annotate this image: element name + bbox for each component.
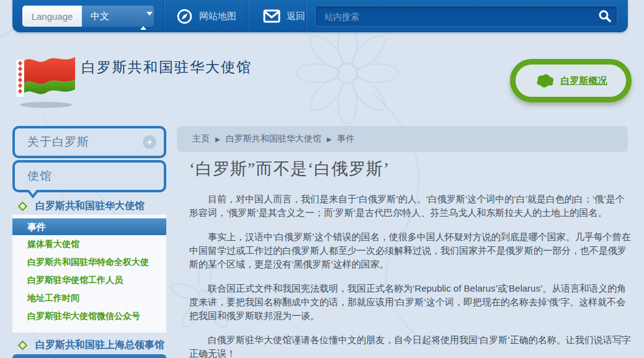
breadcrumb-separator-icon: ▶ (327, 136, 332, 143)
mail-icon (263, 9, 280, 23)
topbar-divider (305, 0, 306, 32)
page: Language 中文 网站地图 返回 (0, 0, 644, 358)
article-paragraph: 联合国正式文件和我国宪法载明，我国正式名称为‘Republic of Belar… (189, 282, 631, 323)
topbar-divider (247, 0, 248, 32)
article-paragraph: 白俄罗斯驻华大使馆谨请各位懂中文的朋友，自今日起将使用我国‘白罗斯’正确的名称。… (189, 333, 631, 358)
sidebar-item-events-active[interactable]: 事件 (12, 218, 166, 235)
about-section-label: 关于白罗斯 (27, 134, 89, 150)
sidebar-group-embassy-beijing[interactable]: 白罗斯共和国驻华大使馆 (12, 200, 166, 213)
embassy-section-label: 使馆 (27, 168, 52, 184)
group2-label: 白罗斯共和国驻上海总领事馆 (35, 339, 164, 352)
sitemap-label: 网站地图 (199, 11, 236, 22)
sidebar-item-ambassador[interactable]: 白罗斯共和国驻华特命全权大使 (12, 253, 166, 271)
sidebar-section-about[interactable]: 关于白罗斯 + (12, 126, 166, 158)
diamond-bullet-icon (18, 341, 28, 351)
breadcrumb-separator-icon: ▶ (215, 136, 220, 143)
back-label: 返回 (287, 11, 305, 22)
sidebar-item-staff[interactable]: 白罗斯驻华使馆工作人员 (12, 271, 166, 289)
article-paragraph: 事实上，汉语中‘白俄罗斯’这个错误的国名，使很多中国人怀疑对方说的到底是哪个国家… (189, 230, 631, 271)
breadcrumb-current: 事件 (337, 133, 354, 145)
article-paragraph: 目前，对中国人而言，我们是来自于‘白俄罗斯’的人。‘白俄罗斯’这个词中的‘白’就… (189, 192, 631, 220)
topbar-divider (163, 0, 164, 32)
article: ‘白罗斯”而不是‘白俄罗斯’ 目前，对中国人而言，我们是来自于‘白俄罗斯’的人。… (189, 158, 631, 358)
belarus-map-icon (535, 73, 555, 89)
breadcrumb-section[interactable]: 白罗斯共和国驻华大使馆 (226, 133, 321, 145)
group1-label: 白罗斯共和国驻华大使馆 (35, 200, 145, 213)
breadcrumb: 主页 ▶ 白罗斯共和国驻华大使馆 ▶ 事件 (177, 126, 628, 152)
article-title: ‘白罗斯”而不是‘白俄罗斯’ (189, 158, 631, 180)
sidebar-section-embassy[interactable]: 使馆 (12, 160, 166, 192)
site-search (315, 6, 617, 27)
language-button[interactable]: Language (22, 6, 82, 27)
top-bar: Language 中文 网站地图 返回 (12, 0, 628, 32)
compass-icon (176, 8, 193, 25)
site-title: 白罗斯共和国驻华大使馆 (81, 58, 252, 77)
sitemap-link[interactable]: 网站地图 (176, 0, 236, 32)
language-select[interactable]: 中文 (82, 6, 154, 27)
search-input[interactable] (316, 6, 599, 27)
sidebar-item-media[interactable]: 媒体看大使馆 (12, 235, 166, 253)
breadcrumb-home[interactable]: 主页 (192, 133, 210, 145)
sidebar-item-address-hours[interactable]: 地址工作时间 (12, 289, 166, 307)
language-selected-value: 中文 (91, 11, 109, 21)
belarus-overview-button[interactable]: 白罗斯概况 (510, 59, 632, 102)
sidebar-next-box-edge (12, 354, 166, 358)
sidebar-submenu: 事件 媒体看大使馆 白罗斯共和国驻华特命全权大使 白罗斯驻华使馆工作人员 地址工… (12, 215, 166, 333)
sidebar-group-consulate-shanghai[interactable]: 白罗斯共和国驻上海总领事馆 (12, 339, 166, 352)
embassy-section-pointer-fill (29, 190, 37, 195)
overview-button-label: 白罗斯概况 (561, 75, 607, 87)
sidebar-item-wechat[interactable]: 白罗斯驻华大使馆微信公众号 (12, 307, 166, 325)
select-arrows-icon (140, 11, 146, 32)
expand-plus-icon[interactable]: + (143, 135, 156, 149)
search-icon (598, 9, 612, 23)
back-link[interactable]: 返回 (263, 0, 305, 32)
diamond-bullet-icon (18, 202, 28, 212)
belarus-flag-logo (15, 52, 78, 109)
search-button[interactable] (597, 9, 613, 24)
